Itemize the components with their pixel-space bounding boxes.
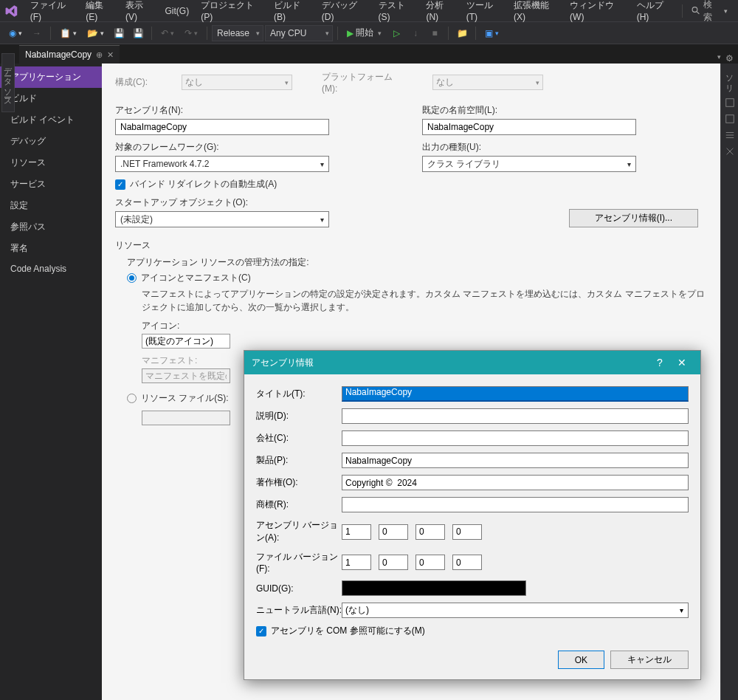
dialog-close-icon[interactable]: ✕ bbox=[671, 357, 693, 368]
right-collapsed-panel: ソリ bbox=[720, 64, 738, 700]
company-label: 会社(C): bbox=[256, 432, 342, 445]
file-version-1[interactable] bbox=[342, 555, 371, 570]
menu-extensions[interactable]: 拡張機能(X) bbox=[508, 0, 564, 25]
svg-point-0 bbox=[692, 7, 697, 13]
solution-config-dropdown[interactable]: Release bbox=[212, 25, 263, 41]
file-version-3[interactable] bbox=[415, 555, 445, 570]
assembly-info-button[interactable]: アセンブリ情報(I)... bbox=[569, 209, 698, 227]
window-layout-button[interactable]: ▣▾ bbox=[480, 25, 503, 41]
step-button[interactable]: ↓ bbox=[407, 25, 424, 41]
guid-input[interactable] bbox=[342, 580, 526, 596]
trademark-input[interactable] bbox=[342, 497, 689, 512]
sidebar-item-application[interactable]: アプリケーション bbox=[0, 66, 102, 88]
search-box[interactable]: 検索▾ bbox=[686, 0, 734, 25]
nav-back-button[interactable]: ◉▾ bbox=[4, 25, 27, 41]
ok-button[interactable]: OK bbox=[558, 651, 604, 669]
redo-button[interactable]: ↷▾ bbox=[180, 25, 202, 41]
panel-icon-3[interactable] bbox=[725, 130, 735, 140]
data-sources-tab[interactable]: データ ソース bbox=[1, 53, 15, 112]
help-icon[interactable]: ? bbox=[649, 357, 671, 368]
undo-button[interactable]: ↶▾ bbox=[156, 25, 179, 41]
icon-manifest-desc: マニフェストによってアプリケーションの特定の設定が決定されます。カスタム マニフ… bbox=[127, 287, 707, 314]
manifest-input bbox=[142, 368, 230, 383]
trademark-label: 商標(R): bbox=[256, 498, 342, 511]
desc-label: 説明(D): bbox=[256, 410, 342, 422]
desc-input[interactable] bbox=[342, 408, 689, 424]
startup-select[interactable]: (未設定) bbox=[115, 211, 329, 227]
icon-input[interactable] bbox=[142, 334, 230, 349]
sidebar-item-signing[interactable]: 署名 bbox=[0, 238, 102, 259]
bind-redirect-checkbox[interactable]: ✓ bbox=[115, 179, 125, 190]
menu-debug[interactable]: デバッグ(D) bbox=[316, 0, 373, 25]
dialog-titlebar[interactable]: アセンブリ情報 ? ✕ bbox=[244, 351, 700, 374]
sidebar-item-settings[interactable]: 設定 bbox=[0, 195, 102, 216]
document-tabs: NabaImageCopy ⊕ ✕ ▾ ⚙ bbox=[0, 44, 738, 64]
panel-icon-2[interactable] bbox=[725, 114, 735, 124]
neutral-lang-select[interactable]: (なし) bbox=[342, 603, 689, 618]
menu-tools[interactable]: ツール(T) bbox=[461, 0, 508, 25]
sidebar-item-resources[interactable]: リソース bbox=[0, 152, 102, 174]
toolbox-button[interactable]: 📁 bbox=[453, 25, 471, 41]
nav-forward-button[interactable]: → bbox=[28, 25, 46, 41]
start-debug-button[interactable]: ▶ 開始▾ bbox=[342, 25, 386, 41]
neutral-lang-label: ニュートラル言語(N): bbox=[256, 604, 342, 617]
asm-version-3[interactable] bbox=[415, 524, 445, 540]
assembly-name-input[interactable] bbox=[115, 119, 329, 135]
start-without-debug-button[interactable]: ▷ bbox=[387, 25, 405, 41]
icon-manifest-radio[interactable]: アイコンとマニフェスト(C) bbox=[127, 272, 707, 284]
document-tab[interactable]: NabaImageCopy ⊕ ✕ bbox=[19, 45, 120, 64]
file-version-4[interactable] bbox=[452, 555, 482, 570]
sidebar-item-codeanalysis[interactable]: Code Analysis bbox=[0, 259, 102, 278]
asm-version-2[interactable] bbox=[379, 524, 408, 540]
menu-help[interactable]: ヘルプ(H) bbox=[631, 0, 680, 25]
product-input[interactable] bbox=[342, 453, 689, 468]
sidebar-item-services[interactable]: サービス bbox=[0, 174, 102, 195]
tab-overflow-icon[interactable]: ▾ bbox=[717, 53, 721, 64]
pin-icon[interactable]: ⊕ bbox=[96, 50, 103, 60]
save-button[interactable]: 💾 bbox=[110, 25, 128, 41]
open-button[interactable]: 📂▾ bbox=[83, 25, 108, 41]
menu-build[interactable]: ビルド(B) bbox=[268, 0, 316, 25]
solution-explorer-tab[interactable]: ソリ bbox=[724, 66, 735, 92]
platform-dropdown[interactable]: Any CPU bbox=[265, 25, 333, 41]
asm-version-4[interactable] bbox=[452, 524, 482, 540]
panel-icon-4[interactable] bbox=[725, 146, 735, 157]
save-all-button[interactable]: 💾 bbox=[129, 25, 147, 41]
close-icon[interactable]: ✕ bbox=[107, 50, 114, 60]
cancel-button[interactable]: キャンセル bbox=[610, 651, 689, 669]
default-ns-label: 既定の名前空間(L): bbox=[422, 104, 707, 117]
asm-version-1[interactable] bbox=[342, 524, 371, 540]
sidebar-item-debug[interactable]: デバッグ bbox=[0, 131, 102, 152]
menu-file[interactable]: ファイル(F) bbox=[24, 0, 80, 25]
dialog-title: アセンブリ情報 bbox=[252, 357, 649, 369]
menu-bar: ファイル(F) 編集(E) 表示(V) Git(G) プロジェクト(P) ビルド… bbox=[0, 0, 738, 22]
copyright-input[interactable] bbox=[342, 475, 689, 490]
menu-project[interactable]: プロジェクト(P) bbox=[195, 0, 268, 25]
menu-window[interactable]: ウィンドウ(W) bbox=[564, 0, 631, 25]
com-visible-checkbox[interactable]: ✓ bbox=[256, 626, 266, 636]
platform-dropdown-page: なし bbox=[432, 75, 543, 90]
file-version-2[interactable] bbox=[379, 555, 408, 570]
stop-button[interactable]: ■ bbox=[426, 25, 444, 41]
menu-view[interactable]: 表示(V) bbox=[120, 0, 159, 25]
menu-git[interactable]: Git(G) bbox=[159, 3, 196, 19]
gear-icon[interactable]: ⚙ bbox=[725, 53, 734, 64]
default-ns-input[interactable] bbox=[422, 119, 636, 135]
search-label: 検索 bbox=[703, 0, 720, 24]
vs-logo-icon bbox=[4, 4, 18, 18]
company-input[interactable] bbox=[342, 430, 689, 446]
menu-test[interactable]: テスト(S) bbox=[373, 0, 421, 25]
panel-icon-1[interactable] bbox=[725, 97, 735, 108]
output-select[interactable]: クラス ライブラリ bbox=[422, 156, 636, 172]
framework-select[interactable]: .NET Framework 4.7.2 bbox=[115, 156, 329, 172]
sidebar-item-buildevents[interactable]: ビルド イベント bbox=[0, 109, 102, 131]
menu-analyze[interactable]: 分析(N) bbox=[420, 0, 460, 25]
sidebar-item-build[interactable]: ビルド bbox=[0, 88, 102, 109]
title-input[interactable]: NabaImageCopy bbox=[342, 386, 689, 402]
svg-line-1 bbox=[697, 12, 700, 14]
sidebar-item-refpaths[interactable]: 参照パス bbox=[0, 216, 102, 238]
new-item-button[interactable]: 📋▾ bbox=[55, 25, 81, 41]
svg-rect-2 bbox=[725, 99, 734, 107]
icon-label: アイコン: bbox=[142, 320, 707, 332]
menu-edit[interactable]: 編集(E) bbox=[80, 0, 120, 25]
